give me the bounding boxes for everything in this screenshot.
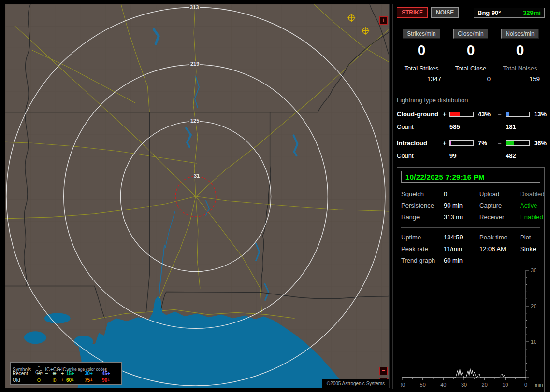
map-zoom-out-button[interactable]: − — [379, 367, 388, 375]
cg-positive-bar — [449, 112, 474, 117]
pos-ic-symbol-old-icon: + — [58, 377, 66, 383]
strike-map[interactable]: 313 219 125 31 + − + Symbols -CG -IC +CG… — [5, 4, 390, 388]
pos-cg-symbol-old-icon: ⊕ — [50, 377, 58, 383]
svg-text:30: 30 — [531, 267, 536, 273]
bearing-range-value: 329mi — [523, 9, 541, 16]
noise-mode-button[interactable]: NOISE — [431, 7, 459, 18]
cg-positive-pct: 43% — [476, 111, 498, 118]
minus-sign: − — [498, 111, 506, 118]
svg-text:50: 50 — [420, 382, 426, 388]
cg-positive-count: 585 — [449, 123, 476, 130]
svg-text:30: 30 — [461, 382, 467, 388]
neg-ic-symbol-icon: − — [43, 370, 50, 376]
age-60: 60+ — [66, 377, 85, 383]
neg-cg-symbol-old-icon: ⊖ — [35, 377, 43, 383]
map-legend: Symbols -CG -IC +CG +IC Strike age color… — [10, 362, 122, 385]
app-window: 313 219 125 31 + − + Symbols -CG -IC +CG… — [0, 0, 550, 392]
ic-negative-bar — [506, 140, 530, 146]
age-45: 45+ — [102, 370, 119, 377]
receiver-panel: 10/22/2025 7:29:16 PM Squelch 0 Upload D… — [397, 167, 545, 392]
receiver-label: Receiver — [479, 213, 520, 221]
receiver-status: Enabled — [520, 213, 545, 221]
plus-sign: + — [443, 140, 449, 147]
ic-positive-pct: 7% — [476, 140, 498, 147]
plot-value: Strike — [520, 245, 540, 252]
section-divider — [401, 227, 540, 228]
capture-status: Active — [520, 202, 545, 209]
trend-graph-label: Trend graph — [401, 257, 444, 264]
trend-graph-window: 60 min — [444, 257, 479, 264]
count-label: Count — [397, 123, 443, 130]
svg-text:40: 40 — [440, 382, 446, 388]
noises-counter: Noises/min 0 Total Noises 159 — [495, 29, 545, 83]
total-strikes-label: Total Strikes — [397, 65, 446, 72]
trend-graph-area: 1020306050403020100min — [401, 266, 540, 390]
ic-positive-count: 99 — [449, 152, 476, 159]
copyright-notice: ©2005 Astrogenic Systems — [322, 379, 389, 388]
plus-sign: + — [443, 111, 449, 118]
svg-text:60: 60 — [401, 382, 405, 388]
age-75: 75+ — [85, 377, 102, 383]
minus-sign: − — [498, 140, 506, 147]
total-noises-value: 159 — [495, 75, 545, 83]
stats-panel: STRIKE NOISE Bng 90° 329mi Strikes/min 0… — [392, 4, 548, 389]
pos-ic-symbol-icon: + — [58, 370, 66, 376]
distribution-title: Lightning type distribution — [397, 97, 545, 106]
strikes-counter: Strikes/min 0 Total Strikes 1347 — [397, 29, 446, 83]
total-strikes-value: 1347 — [397, 75, 446, 83]
legend-recent-label: Recent — [13, 370, 35, 377]
rate-counters: Strikes/min 0 Total Strikes 1347 Close/m… — [397, 29, 545, 83]
display-mode-bar: STRIKE NOISE Bng 90° 329mi — [397, 7, 545, 18]
intracloud-row: Intracloud + 7% − 36% — [397, 137, 545, 149]
ring-label-313: 313 — [189, 4, 200, 10]
capture-label: Capture — [479, 202, 520, 209]
session-grid: Uptime 134:59 Peak time Plot Peak rate 1… — [401, 234, 540, 264]
ic-negative-count: 482 — [506, 152, 532, 159]
current-datetime: 10/22/2025 7:29:16 PM — [405, 173, 485, 181]
ring-label-219: 219 — [189, 61, 200, 67]
strike-mode-button[interactable]: STRIKE — [397, 7, 428, 18]
peak-rate-value: 11/min — [444, 245, 479, 252]
strikes-per-min-value: 0 — [397, 42, 446, 58]
intracloud-label: Intracloud — [397, 140, 443, 147]
close-per-min-value: 0 — [446, 42, 495, 58]
noises-per-min-value: 0 — [495, 42, 545, 58]
peak-time-value: 12:06 AM — [479, 245, 520, 252]
svg-text:10: 10 — [531, 339, 536, 345]
map-zoom-in-button[interactable]: + — [379, 16, 388, 25]
intracloud-count-row: Count 99 482 — [397, 150, 545, 161]
cloud-ground-count-row: Count 585 181 — [397, 121, 545, 132]
persistence-value: 90 min — [444, 202, 479, 209]
close-counter: Close/min 0 Total Close 0 — [446, 29, 495, 83]
squelch-value: 0 — [444, 190, 479, 197]
legend-old-label: Old — [13, 377, 35, 383]
cg-negative-pct: 13% — [532, 111, 547, 118]
strikes-per-min-label: Strikes/min — [403, 29, 440, 39]
ic-positive-bar — [449, 140, 474, 146]
bearing-range-display: Bng 90° 329mi — [474, 8, 545, 18]
svg-text:0: 0 — [524, 382, 527, 388]
neg-ic-symbol-old-icon: − — [43, 377, 50, 383]
age-30: 30+ — [85, 370, 102, 377]
peak-rate-label: Peak rate — [401, 245, 444, 252]
squelch-label: Squelch — [401, 190, 444, 197]
count-label: Count — [397, 152, 443, 159]
peak-time-label: Peak time — [479, 234, 520, 241]
pos-cg-symbol-icon: ⊕ — [50, 370, 58, 377]
svg-text:20: 20 — [531, 303, 536, 309]
cg-negative-count: 181 — [506, 123, 532, 130]
upload-label: Upload — [479, 190, 520, 197]
bearing-label: Bng 90° — [478, 9, 501, 16]
persistence-label: Persistence — [401, 202, 444, 209]
cg-negative-bar — [506, 112, 530, 117]
svg-text:10: 10 — [502, 382, 508, 388]
total-close-value: 0 — [446, 75, 495, 83]
uptime-value: 134:59 — [444, 234, 479, 241]
range-label: Range — [401, 213, 444, 221]
cloud-ground-row: Cloud-ground + 43% − 13% — [397, 108, 545, 120]
noises-per-min-label: Noises/min — [501, 29, 538, 39]
datetime-display: 10/22/2025 7:29:16 PM — [401, 171, 540, 183]
ring-label-31: 31 — [193, 173, 201, 179]
cloud-ground-label: Cloud-ground — [397, 111, 443, 118]
total-close-label: Total Close — [446, 65, 495, 72]
